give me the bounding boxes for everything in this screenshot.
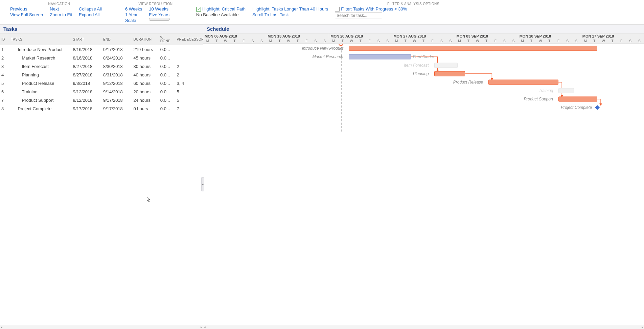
week-header: MON 10 SEP 2018 bbox=[518, 33, 581, 39]
table-row[interactable]: 8Project Complete9/17/20189/17/20180 hou… bbox=[0, 104, 203, 113]
day-header: S bbox=[572, 39, 581, 43]
day-header: T bbox=[527, 39, 536, 43]
today-marker bbox=[339, 44, 343, 46]
day-header: F bbox=[239, 39, 248, 43]
day-header: W bbox=[347, 39, 356, 43]
day-header: W bbox=[221, 39, 230, 43]
res-6weeks[interactable]: 6 Weeks bbox=[125, 6, 142, 11]
search-input[interactable] bbox=[335, 12, 382, 19]
day-header: S bbox=[383, 39, 392, 43]
day-header: F bbox=[554, 39, 563, 43]
col-id[interactable]: ID bbox=[0, 33, 9, 45]
assignee-label: Fred Clarke bbox=[413, 54, 434, 59]
day-header: W bbox=[599, 39, 608, 43]
gantt-row-label: Project Complete bbox=[561, 105, 595, 110]
nav-next[interactable]: Next bbox=[50, 6, 72, 11]
tasks-panel: Tasks ID TASKS START END DURATION % DONE… bbox=[0, 25, 203, 329]
day-header: T bbox=[590, 39, 599, 43]
tasks-hscroll[interactable]: ◂▸ bbox=[0, 325, 203, 329]
day-header: T bbox=[545, 39, 554, 43]
res-heading: VIEW RESOLUTION bbox=[125, 2, 186, 6]
day-header: T bbox=[338, 39, 347, 43]
gantt-bar[interactable] bbox=[349, 54, 411, 60]
nav-fullscreen[interactable]: View Full Screen bbox=[10, 12, 43, 17]
tasks-header-row: ID TASKS START END DURATION % DONE PREDE… bbox=[0, 33, 203, 45]
day-header: S bbox=[374, 39, 383, 43]
toolbar: NAVIGATION Previous View Full Screen Nex… bbox=[0, 0, 644, 24]
day-header: T bbox=[275, 39, 284, 43]
nav-zoomfit[interactable]: Zoom to Fit bbox=[50, 12, 72, 17]
day-header: T bbox=[464, 39, 473, 43]
col-duration[interactable]: DURATION bbox=[132, 33, 159, 45]
gantt-bar[interactable] bbox=[558, 97, 597, 102]
table-row[interactable]: 4Planning8/27/20188/31/201840 hours0.0..… bbox=[0, 71, 203, 79]
table-row[interactable]: 6Training9/12/20189/14/201820 hours0.0..… bbox=[0, 88, 203, 96]
highlight-long[interactable]: Highlight: Tasks Longer Than 40 Hours bbox=[252, 6, 328, 11]
week-header: MON 13 AUG 2018 bbox=[266, 33, 329, 39]
scroll-last[interactable]: Scroll To Last Task bbox=[252, 12, 328, 17]
svg-marker-3 bbox=[599, 103, 602, 106]
day-header: S bbox=[437, 39, 446, 43]
day-header: T bbox=[482, 39, 491, 43]
filter-heading: FILTER & ANALYSIS OPTIONS bbox=[196, 2, 630, 6]
gantt-bar[interactable] bbox=[434, 71, 465, 76]
gantt-bar[interactable] bbox=[488, 80, 558, 85]
no-baseline: No Baseline Available bbox=[196, 12, 246, 17]
gantt-row-label: Item Forecast bbox=[404, 63, 431, 68]
gantt-bar[interactable] bbox=[434, 63, 458, 68]
col-start[interactable]: START bbox=[72, 33, 102, 45]
day-header: M bbox=[329, 39, 338, 43]
gantt-row-label: Introduce New Product bbox=[302, 46, 346, 51]
highlight-critical[interactable]: Highlight: Critical Path bbox=[202, 6, 246, 11]
table-row[interactable]: 5Product Release9/3/20189/12/201860 hour… bbox=[0, 79, 203, 88]
day-header: M bbox=[581, 39, 590, 43]
table-row[interactable]: 2Market Research8/16/20188/24/201845 hou… bbox=[0, 54, 203, 62]
table-row[interactable]: 3Item Forecast8/27/20188/30/201830 hours… bbox=[0, 62, 203, 71]
res-scale[interactable]: Scale bbox=[125, 18, 142, 23]
schedule-panel: ◂ Schedule MON 06 AUG 2018MON 13 AUG 201… bbox=[203, 25, 644, 329]
filter-progress[interactable]: Filter: Tasks With Progress < 30% bbox=[341, 6, 407, 11]
day-header: T bbox=[356, 39, 365, 43]
tasks-title: Tasks bbox=[0, 25, 203, 33]
table-row[interactable]: 7Product Support9/12/20189/17/201824 hou… bbox=[0, 96, 203, 104]
schedule-hscroll[interactable]: ◂▸ bbox=[203, 325, 644, 329]
col-pred[interactable]: PREDECESSORS bbox=[176, 33, 203, 45]
table-row[interactable]: 1Introduce New Product8/16/20189/17/2018… bbox=[0, 45, 203, 54]
gantt-bar[interactable] bbox=[349, 46, 597, 51]
gantt-row-label: Product Support bbox=[524, 97, 556, 101]
nav-expand[interactable]: Expand All bbox=[79, 12, 102, 17]
gantt-bar[interactable] bbox=[558, 88, 574, 93]
day-header: T bbox=[419, 39, 428, 43]
chk-filter-progress[interactable] bbox=[335, 7, 340, 11]
day-header: S bbox=[635, 39, 644, 43]
nav-heading: NAVIGATION bbox=[3, 2, 115, 6]
col-tasks[interactable]: TASKS bbox=[9, 33, 71, 45]
col-end[interactable]: END bbox=[102, 33, 132, 45]
week-header: MON 03 SEP 2018 bbox=[455, 33, 518, 39]
scale-slider[interactable] bbox=[149, 18, 170, 21]
col-done[interactable]: % DONE bbox=[159, 33, 176, 45]
day-header: F bbox=[617, 39, 626, 43]
res-1year[interactable]: 1 Year bbox=[125, 12, 142, 17]
res-5years[interactable]: Five Years bbox=[149, 12, 170, 17]
nav-collapse[interactable]: Collapse All bbox=[79, 6, 102, 11]
main: Tasks ID TASKS START END DURATION % DONE… bbox=[0, 24, 644, 329]
day-header: T bbox=[401, 39, 410, 43]
gantt-row-label: Training bbox=[539, 88, 556, 93]
gantt-row-label: Market Research bbox=[312, 54, 346, 59]
milestone-marker[interactable] bbox=[595, 105, 600, 110]
gantt-row-label: Product Release bbox=[453, 80, 486, 85]
day-header: F bbox=[428, 39, 437, 43]
day-header: S bbox=[563, 39, 572, 43]
day-header: T bbox=[230, 39, 239, 43]
nav-previous[interactable]: Previous bbox=[10, 6, 43, 11]
chk-critical-path[interactable] bbox=[196, 7, 201, 11]
res-10weeks[interactable]: 10 Weeks bbox=[149, 6, 170, 11]
day-header: T bbox=[608, 39, 617, 43]
day-header: M bbox=[455, 39, 464, 43]
gantt-chart[interactable]: Introduce New ProductMarket ResearchFred… bbox=[203, 44, 644, 132]
day-header: S bbox=[626, 39, 635, 43]
week-header: MON 06 AUG 2018 bbox=[203, 33, 266, 39]
day-header: W bbox=[410, 39, 419, 43]
day-header: F bbox=[365, 39, 374, 43]
